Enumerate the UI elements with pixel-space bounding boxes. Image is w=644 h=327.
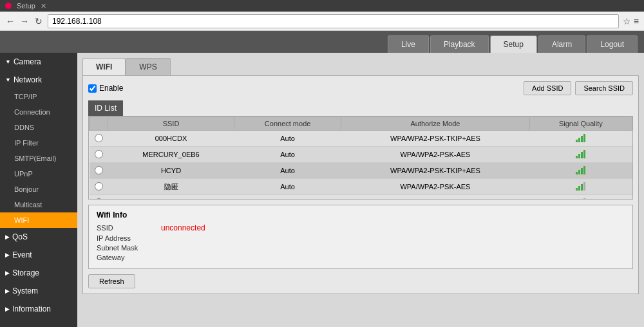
- wifi-ip-row: IP Address: [97, 234, 625, 242]
- table-row[interactable]: 隐匿AutoWPA/WPA2-PSK-AES: [90, 179, 632, 195]
- th-ssid: SSID: [108, 117, 234, 131]
- cell-signal: [529, 195, 632, 200]
- table-row[interactable]: 000HCDXAutoWPA/WPA2-PSK-TKIP+AES: [90, 131, 632, 147]
- wifi-select-radio[interactable]: [95, 166, 103, 174]
- table-row[interactable]: HCYDAutoWPA/WPA2-PSK-TKIP+AES: [90, 163, 632, 179]
- sidebar-group-network[interactable]: ▼ Network: [0, 71, 77, 89]
- tab-wifi[interactable]: WIFI: [82, 58, 126, 75]
- wifi-table-container[interactable]: SSID Connect mode Authorize Mode Signal …: [88, 116, 633, 200]
- sidebar-group-storage-label: Storage: [12, 268, 39, 277]
- system-arrow-icon: ▶: [5, 288, 10, 294]
- th-connect-mode: Connect mode: [234, 117, 341, 131]
- signal-bars: [576, 198, 585, 200]
- tab-close[interactable]: ✕: [41, 2, 46, 10]
- tab-setup[interactable]: Setup: [490, 35, 537, 53]
- tab-alarm[interactable]: Alarm: [538, 35, 585, 53]
- tab-live[interactable]: Live: [388, 35, 429, 53]
- address-bar[interactable]: [48, 14, 619, 28]
- content-area: WIFI WPS Enable Add SSID Search SSID ID …: [77, 53, 644, 327]
- back-button[interactable]: ←: [5, 16, 15, 26]
- cell-authorize: WPA/WPA2-PSK-TKIP+AES: [341, 163, 530, 179]
- wifi-table: SSID Connect mode Authorize Mode Signal …: [89, 117, 632, 200]
- refresh-button[interactable]: Refresh: [88, 274, 135, 288]
- enable-text: Enable: [99, 84, 123, 93]
- th-select: [90, 117, 108, 131]
- sidebar-item-bonjour[interactable]: Bonjour: [0, 182, 77, 197]
- sidebar-group-system[interactable]: ▶ System: [0, 282, 77, 300]
- browser-title: Setup: [17, 2, 35, 10]
- ip-label: IP Address: [97, 234, 161, 242]
- close-icon[interactable]: [5, 3, 12, 9]
- sidebar: ▼ Camera ▼ Network TCP/IP Connection DDN…: [0, 53, 77, 327]
- tab-playback[interactable]: Playback: [430, 35, 489, 53]
- cell-connect-mode: Auto: [234, 147, 341, 163]
- sidebar-item-ddns[interactable]: DDNS: [0, 120, 77, 135]
- cell-authorize: WPA/WPA2-PSK-AES: [341, 195, 530, 200]
- wifi-select-radio[interactable]: [95, 150, 103, 158]
- sidebar-item-upnp[interactable]: UPnP: [0, 166, 77, 182]
- cell-authorize: WPA/WPA2-PSK-AES: [341, 147, 530, 163]
- sidebar-group-camera[interactable]: ▼ Camera: [0, 53, 77, 71]
- add-ssid-button[interactable]: Add SSID: [524, 81, 571, 95]
- wifi-gateway-row: Gateway: [97, 254, 625, 261]
- cell-signal: [529, 147, 632, 163]
- sidebar-item-smtp[interactable]: SMTP(Email): [0, 151, 77, 166]
- enable-label[interactable]: Enable: [88, 84, 123, 93]
- wifi-select-radio[interactable]: [95, 182, 103, 191]
- sidebar-group-qos-label: QoS: [12, 232, 28, 241]
- cell-ssid: 隐匿: [108, 179, 234, 195]
- sidebar-item-wifi[interactable]: WIFI: [0, 212, 77, 228]
- sidebar-group-network-label: Network: [14, 75, 42, 84]
- top-nav: Live Playback Setup Alarm Logout: [0, 31, 644, 53]
- sidebar-group-event[interactable]: ▶ Event: [0, 246, 77, 264]
- table-row[interactable]: MERCURY_0EB6AutoWPA/WPA2-PSK-AES: [90, 147, 632, 163]
- sidebar-group-info-label: Information: [12, 304, 51, 313]
- signal-bars: [576, 149, 585, 158]
- id-list-header: ID List: [88, 100, 123, 116]
- sidebar-group-information[interactable]: ▶ Information: [0, 300, 77, 318]
- gateway-label: Gateway: [97, 254, 161, 261]
- cell-ssid: TP-LINK_88F574: [108, 195, 234, 200]
- sidebar-item-multicast[interactable]: Multicast: [0, 197, 77, 212]
- cell-authorize: WPA/WPA2-PSK-AES: [341, 179, 530, 195]
- cell-connect-mode: Auto: [234, 131, 341, 147]
- inner-content: Enable Add SSID Search SSID ID List SSID: [82, 75, 639, 294]
- table-row[interactable]: TP-LINK_88F574AutoWPA/WPA2-PSK-AES: [90, 195, 632, 200]
- main-layout: ▼ Camera ▼ Network TCP/IP Connection DDN…: [0, 53, 644, 327]
- signal-bars: [576, 182, 585, 191]
- nav-icons: ☆ ≡: [623, 16, 639, 26]
- wifi-select-radio[interactable]: [95, 134, 103, 142]
- ssid-label: SSID: [97, 224, 161, 232]
- sidebar-group-event-label: Event: [12, 250, 32, 259]
- bookmark-icon: ☆: [623, 16, 631, 26]
- storage-arrow-icon: ▶: [5, 270, 10, 276]
- ssid-value: unconnected: [161, 223, 205, 232]
- sidebar-group-qos[interactable]: ▶ QoS: [0, 228, 77, 246]
- sidebar-item-ipfilter[interactable]: IP Filter: [0, 135, 77, 151]
- table-header-row: SSID Connect mode Authorize Mode Signal …: [90, 117, 632, 131]
- search-ssid-button[interactable]: Search SSID: [575, 81, 633, 95]
- forward-button[interactable]: →: [19, 16, 30, 26]
- wifi-select-radio[interactable]: [95, 198, 103, 200]
- enable-row: Enable Add SSID Search SSID: [88, 81, 633, 95]
- th-authorize: Authorize Mode: [341, 117, 530, 131]
- sidebar-item-connection[interactable]: Connection: [0, 104, 77, 120]
- subnet-label: Subnet Mask: [97, 244, 161, 252]
- content-tabs: WIFI WPS: [82, 58, 639, 75]
- wifi-subnet-row: Subnet Mask: [97, 244, 625, 252]
- menu-icon[interactable]: ≡: [634, 16, 639, 26]
- sidebar-item-tcpip[interactable]: TCP/IP: [0, 89, 77, 104]
- refresh-button[interactable]: ↻: [33, 16, 44, 26]
- sidebar-group-system-label: System: [12, 286, 38, 295]
- wifi-info-section: Wifi Info SSID unconnected IP Address Su…: [88, 205, 633, 269]
- tab-logout[interactable]: Logout: [587, 35, 638, 53]
- cell-signal: [529, 179, 632, 195]
- tab-wps[interactable]: WPS: [126, 58, 170, 75]
- sidebar-group-camera-label: Camera: [14, 57, 41, 66]
- enable-checkbox[interactable]: [88, 84, 97, 93]
- wifi-info-title: Wifi Info: [97, 210, 625, 220]
- cell-signal: [529, 163, 632, 179]
- sidebar-group-storage[interactable]: ▶ Storage: [0, 264, 77, 282]
- action-buttons: Add SSID Search SSID: [524, 81, 633, 95]
- cell-connect-mode: Auto: [234, 195, 341, 200]
